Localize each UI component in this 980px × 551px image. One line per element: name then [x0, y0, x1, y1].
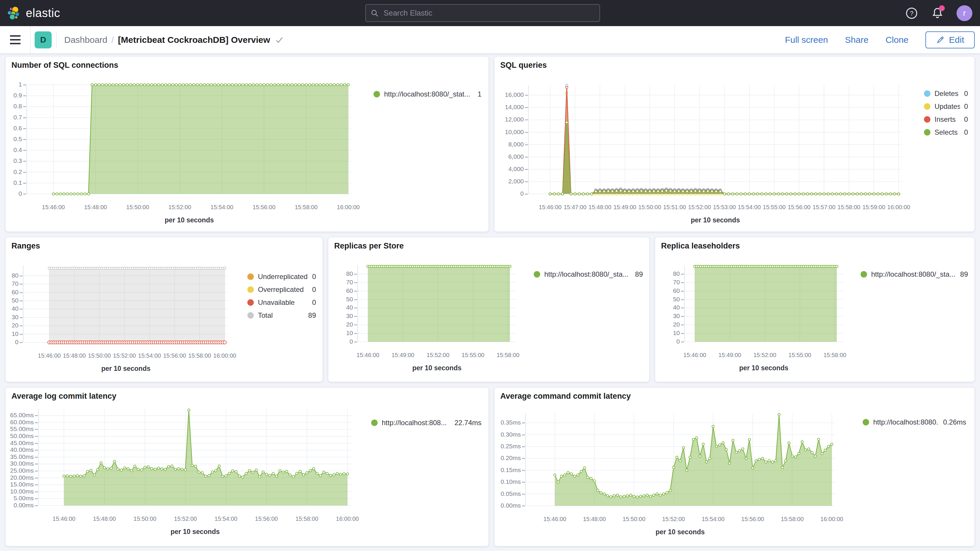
y-tick-label: 60	[328, 287, 353, 294]
data-point-marker	[856, 193, 859, 195]
data-point-marker	[574, 193, 576, 195]
pencil-icon	[936, 35, 945, 44]
global-search[interactable]	[365, 4, 600, 22]
legend-value: 89	[308, 311, 316, 320]
edit-button[interactable]: Edit	[926, 32, 975, 48]
elastic-logo[interactable]: elastic	[0, 6, 88, 21]
help-icon[interactable]: ?	[905, 6, 918, 20]
y-tick-label: 2,000	[495, 178, 524, 185]
legend-value: 0	[312, 298, 316, 307]
legend-item[interactable]: http://localhost:8080/_sta...89	[534, 270, 643, 279]
user-avatar[interactable]: r	[956, 5, 972, 21]
legend-item[interactable]: Selects0	[924, 128, 968, 137]
legend-item[interactable]: http://localhost:808...22.74ms	[371, 419, 482, 427]
clone-button[interactable]: Clone	[886, 35, 908, 45]
data-point-marker	[302, 84, 304, 86]
data-point-marker	[615, 190, 617, 192]
data-point-marker	[158, 84, 160, 86]
data-point-marker	[115, 84, 118, 86]
chart-plot[interactable]	[525, 413, 835, 506]
y-tick-mark	[20, 276, 22, 276]
y-tick-mark	[23, 172, 26, 173]
data-point-marker	[93, 474, 95, 476]
legend-label: Selects	[934, 128, 958, 137]
data-point-marker	[235, 471, 237, 473]
notifications-bell-icon[interactable]	[931, 6, 944, 20]
data-point-marker	[765, 193, 767, 195]
x-tick-label: 16:00:00	[204, 352, 245, 359]
data-point-marker	[218, 465, 220, 467]
panel-replica-leaseholders: Replica leaseholders0102030405060708015:…	[655, 237, 975, 382]
data-point-marker	[207, 84, 209, 86]
y-tick-mark	[681, 333, 684, 334]
legend-label: Total	[258, 311, 273, 320]
data-point-marker	[761, 457, 764, 460]
data-point-marker	[70, 193, 72, 195]
data-point-marker	[628, 190, 630, 193]
data-point-marker	[263, 84, 265, 86]
data-point-marker	[309, 470, 312, 472]
panel-title[interactable]: Replica leaseholders	[661, 242, 740, 250]
search-input[interactable]	[383, 8, 595, 18]
chart-plot[interactable]	[358, 266, 516, 342]
panel-title[interactable]: SQL queries	[500, 61, 547, 70]
panel-title[interactable]: Average command commit latency	[500, 392, 631, 401]
chart-plot[interactable]	[23, 266, 229, 342]
title-check-icon[interactable]	[274, 35, 284, 45]
legend-item[interactable]: http://localhost:8080...0.26ms	[862, 418, 966, 426]
chart-plot[interactable]	[38, 409, 352, 505]
data-point-marker	[860, 193, 862, 195]
legend-color-dot	[534, 271, 540, 277]
legend-item[interactable]: Inserts0	[924, 115, 968, 124]
data-point-marker	[211, 471, 213, 473]
data-point-marker	[686, 469, 688, 471]
y-tick-mark	[525, 95, 528, 96]
data-point-marker	[864, 193, 867, 195]
hamburger-menu-icon[interactable]	[0, 26, 30, 54]
legend-item[interactable]: Overreplicated0	[247, 285, 316, 294]
data-point-marker	[758, 458, 760, 461]
data-point-marker	[789, 193, 792, 195]
data-point-marker	[823, 193, 825, 195]
data-point-marker	[889, 193, 892, 195]
panel-title[interactable]: Ranges	[11, 242, 40, 250]
data-point-marker	[781, 466, 783, 468]
x-tick-label: 15:52:00	[165, 516, 206, 522]
x-axis-title: per 10 seconds	[23, 365, 229, 373]
breadcrumb-dashboard-link[interactable]: Dashboard	[64, 35, 107, 45]
data-point-marker	[815, 193, 817, 195]
data-point-marker	[124, 467, 126, 469]
x-axis-title: per 10 seconds	[38, 528, 352, 536]
share-button[interactable]: Share	[845, 35, 869, 45]
legend-item[interactable]: http://localhost:8080/_stat...1	[374, 90, 482, 98]
data-point-marker	[213, 84, 216, 86]
data-point-marker	[255, 469, 258, 471]
legend-item[interactable]: http://localhost:8080/_sta...89	[861, 270, 968, 279]
legend-item[interactable]: Updates0	[924, 102, 968, 111]
chart-plot[interactable]	[684, 266, 843, 342]
y-tick-label: 0.9	[6, 92, 22, 99]
series-area	[695, 266, 837, 342]
app-header: elastic ? r	[0, 0, 980, 26]
data-point-marker	[167, 465, 170, 468]
chart-plot[interactable]	[528, 85, 902, 194]
y-tick-mark	[354, 307, 357, 308]
legend-item[interactable]: Total89	[247, 311, 316, 320]
chart-plot[interactable]	[27, 85, 352, 194]
full-screen-button[interactable]: Full screen	[785, 35, 828, 45]
y-tick-label: 50	[655, 296, 680, 303]
legend-item[interactable]: Unavailable0	[247, 298, 316, 307]
legend-item[interactable]: Underreplicated0	[247, 272, 316, 281]
data-point-marker	[102, 84, 104, 86]
data-point-marker	[827, 445, 830, 448]
legend-label: Inserts	[934, 115, 956, 124]
panel-title[interactable]: Number of SQL connections	[11, 61, 118, 70]
panel-title[interactable]: Average log commit latency	[11, 392, 116, 401]
data-point-marker	[561, 193, 564, 195]
panel-title[interactable]: Replicas per Store	[334, 242, 404, 250]
data-point-marker	[740, 193, 742, 195]
y-tick-label: 0.05ms	[495, 490, 521, 497]
panel-sql-queries: SQL queries02,0004,0006,0008,00010,00012…	[494, 56, 975, 232]
legend-item[interactable]: Deletes0	[924, 89, 968, 98]
legend-label: Underreplicated	[258, 272, 307, 281]
